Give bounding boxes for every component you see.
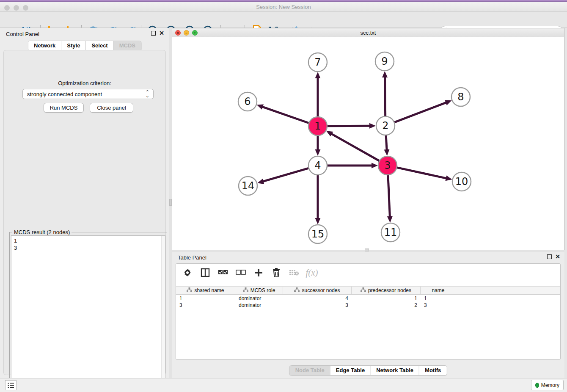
close-panel-icon[interactable]: ✕ [159,31,164,36]
table-header-row: shared nameMCDS rolesuccessor nodesprede… [176,286,560,295]
table-cell[interactable]: 1 [421,295,456,302]
table-body: 1dominator4113dominator323 [176,295,560,309]
table-cell[interactable]: 1 [352,295,421,302]
table-panel: Table Panel ✕ [172,252,564,378]
graph-node-label: 8 [457,91,464,103]
graph-edge-1-6[interactable] [262,107,309,123]
table-row[interactable]: 3dominator323 [176,302,560,309]
control-panel: Control Panel ✕ Network Style Select MCD… [0,28,169,378]
split-columns-icon[interactable] [200,267,211,278]
mcds-result-textarea[interactable]: 1 3 [11,235,165,390]
graph-edge-arrow [257,179,264,184]
column-header-MCDS-role[interactable]: MCDS role [235,287,283,294]
delete-table-icon[interactable] [289,267,300,278]
graph-edge-arrow [257,104,264,109]
close-panel-icon[interactable]: ✕ [555,254,560,259]
table-cell[interactable]: 4 [283,295,352,302]
column-label: name [432,287,444,293]
graph-edge-arrow [315,72,321,78]
graph-edge-2-9[interactable] [385,77,385,116]
graph-edge-arrow [384,149,389,156]
tab-select[interactable]: Select [85,41,113,50]
run-mcds-button[interactable]: Run MCDS [44,103,84,113]
gear-icon[interactable] [182,267,193,278]
table-cell[interactable]: dominator [235,295,283,302]
result-scrollbar[interactable] [161,236,165,389]
column-tree-icon [187,287,192,293]
column-label: successor nodes [302,287,340,293]
table-toolbar: f(x) [176,264,560,282]
close-panel-button[interactable]: Close panel [90,103,133,113]
graph-node-label: 10 [455,176,468,188]
graph-node-label: 7 [314,56,321,68]
tab-node-table[interactable]: Node Table [290,366,330,375]
table-cell[interactable]: 2 [352,302,421,309]
control-panel-title: Control Panel [6,31,39,37]
graph-edge-4-14[interactable] [263,168,309,182]
table-cell[interactable]: 1 [176,295,235,302]
mcds-panel: Optimization criterion: strongly connect… [3,50,166,375]
tab-network-table[interactable]: Network Table [370,366,419,375]
network-view-title: scc.txt [172,30,564,36]
tab-network[interactable]: Network [28,41,61,50]
show-log-button[interactable] [5,380,17,390]
table-tabs: Node Table Edge Table Network Table Moti… [289,365,447,375]
control-panel-tabs: Network Style Select MCDS [28,41,141,51]
optimization-criterion-select[interactable]: strongly connected component ⌃⌄ [22,89,154,99]
session-title: Session: New Session [0,4,567,10]
column-label: MCDS role [250,287,275,293]
graph-node-label: 11 [384,226,397,238]
add-icon[interactable] [253,267,264,278]
graph-edge-1-2[interactable] [327,126,370,126]
tab-style[interactable]: Style [61,41,85,50]
memory-label: Memory [541,382,559,388]
graph-edge-arrow [445,100,451,105]
clear-checkboxes-icon[interactable] [235,267,246,278]
function-builder-icon[interactable]: f(x) [306,267,317,278]
graph-edge-arrow [445,176,452,181]
graph-edge-arrow [382,71,388,77]
graph-edge-arrow [315,149,321,156]
mcds-result-group: MCDS result (2 nodes) 1 3 [9,232,167,392]
table-cell[interactable]: 3 [283,302,352,309]
graph-edge-2-3[interactable] [386,135,387,150]
column-label: predecessor nodes [368,287,411,293]
column-tree-icon [243,287,248,293]
float-panel-icon[interactable] [547,254,552,259]
column-header-predecessor-nodes[interactable]: predecessor nodes [352,287,421,294]
graph-edge-arrow [315,218,321,224]
tab-mcds[interactable]: MCDS [113,41,141,50]
memory-button[interactable]: Memory [531,380,564,390]
optimization-criterion-label: Optimization criterion: [4,80,165,86]
app-titlebar: Session: New Session [0,2,567,12]
table-panel-title: Table Panel [178,254,206,261]
tab-motifs[interactable]: Motifs [419,366,446,375]
table-cell[interactable]: 3 [176,302,235,309]
graph-node-label: 15 [311,228,325,240]
column-header-name[interactable]: name [421,287,456,294]
graph-edge-3-1[interactable] [331,134,379,161]
table-row[interactable]: 1dominator411 [176,295,560,302]
selected-option: strongly connected component [27,91,102,97]
graph-node-label: 14 [242,180,255,192]
status-bar: Memory [0,378,567,392]
list-icon [8,382,14,388]
graph-edge-2-8[interactable] [394,102,447,122]
column-label: shared name [194,287,224,293]
graph-edge-3-11[interactable] [388,175,390,217]
select-all-checkboxes-icon[interactable] [217,267,228,278]
mcds-result-title: MCDS result (2 nodes) [12,229,72,235]
graph-edge-arrow [372,163,378,168]
network-window-titlebar[interactable]: ✕ − + scc.txt [172,28,564,37]
column-header-successor-nodes[interactable]: successor nodes [283,287,352,294]
splitter-grip[interactable] [365,248,369,251]
column-header-shared-name[interactable]: shared name [176,287,235,294]
network-canvas[interactable]: 7968124314101511 [172,37,564,250]
float-panel-icon[interactable] [151,31,156,36]
delete-icon[interactable] [271,267,282,278]
table-cell[interactable]: dominator [235,302,283,309]
tab-edge-table[interactable]: Edge Table [330,366,370,375]
table-cell[interactable]: 3 [421,302,456,309]
graph-edge-3-10[interactable] [396,168,446,179]
graph-node-label: 9 [381,55,388,67]
